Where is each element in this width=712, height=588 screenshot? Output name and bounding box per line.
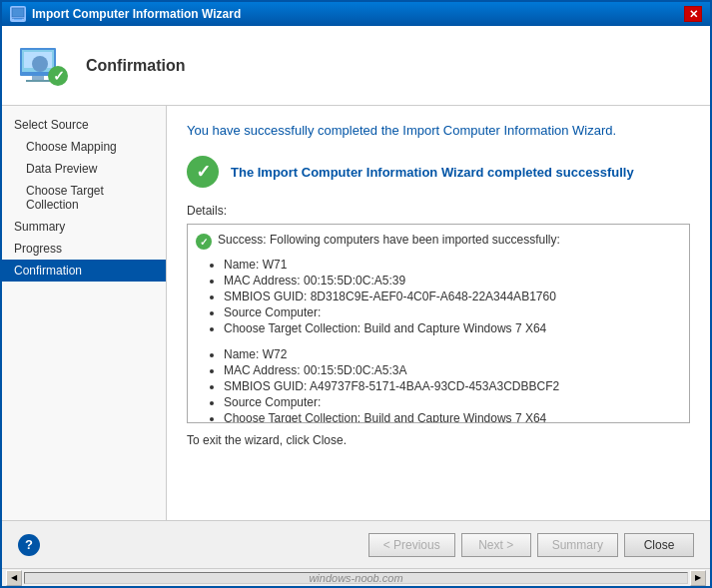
success-icon: ✓ bbox=[187, 156, 219, 188]
computer-2-source: Source Computer: bbox=[224, 395, 681, 409]
wizard-window: Import Computer Information Wizard ✕ ✓ C… bbox=[0, 0, 712, 588]
details-box: ✓ Success: Following computers have been… bbox=[187, 224, 690, 423]
watermark: windows-noob.com bbox=[309, 572, 402, 584]
success-banner-text: The Import Computer Information Wizard c… bbox=[231, 165, 634, 180]
computer-1-source: Source Computer: bbox=[224, 305, 681, 319]
svg-rect-0 bbox=[12, 8, 24, 17]
details-success-icon: ✓ bbox=[196, 234, 212, 250]
close-wizard-button[interactable]: Close bbox=[624, 533, 694, 557]
footer-left: ? bbox=[18, 534, 40, 556]
computer-2-smbios: SMBIOS GUID: A49737F8-5171-4BAA-93CD-453… bbox=[224, 379, 681, 393]
svg-rect-2 bbox=[12, 18, 24, 19]
previous-button[interactable]: < Previous bbox=[368, 533, 455, 557]
computer-2-target: Choose Target Collection: Build and Capt… bbox=[224, 411, 681, 423]
computer-1-target: Choose Target Collection: Build and Capt… bbox=[224, 321, 681, 335]
computer-block-1: Name: W71 MAC Address: 00:15:5D:0C:A5:39… bbox=[204, 258, 681, 335]
bottom-scrollbar: ◀ ▶ windows-noob.com bbox=[2, 568, 710, 586]
sidebar-item-progress[interactable]: Progress bbox=[2, 238, 166, 260]
app-icon bbox=[10, 6, 26, 22]
success-message: You have successfully completed the Impo… bbox=[187, 122, 690, 140]
svg-rect-8 bbox=[26, 80, 50, 82]
title-bar-left: Import Computer Information Wizard bbox=[10, 6, 241, 22]
computer-block-2: Name: W72 MAC Address: 00:15:5D:0C:A5:3A… bbox=[204, 347, 681, 423]
details-label: Details: bbox=[187, 204, 690, 218]
sidebar-item-data-preview[interactable]: Data Preview bbox=[2, 158, 166, 180]
svg-text:✓: ✓ bbox=[53, 68, 65, 84]
close-button[interactable]: ✕ bbox=[684, 6, 702, 22]
title-bar: Import Computer Information Wizard ✕ bbox=[2, 2, 710, 26]
help-button[interactable]: ? bbox=[18, 534, 40, 556]
svg-rect-7 bbox=[32, 76, 44, 80]
exit-text: To exit the wizard, click Close. bbox=[187, 433, 690, 447]
wizard-header-icon: ✓ bbox=[18, 40, 70, 92]
computer-1-name: Name: W71 bbox=[224, 258, 681, 272]
window-title: Import Computer Information Wizard bbox=[32, 7, 241, 21]
sidebar-item-confirmation[interactable]: Confirmation bbox=[2, 260, 166, 282]
summary-button[interactable]: Summary bbox=[537, 533, 618, 557]
computer-1-mac: MAC Address: 00:15:5D:0C:A5:39 bbox=[224, 274, 681, 288]
sidebar-item-choose-target[interactable]: Choose Target Collection bbox=[2, 180, 166, 216]
details-success-line: ✓ Success: Following computers have been… bbox=[196, 233, 681, 250]
svg-point-6 bbox=[32, 56, 48, 72]
computer-1-list: Name: W71 MAC Address: 00:15:5D:0C:A5:39… bbox=[224, 258, 681, 335]
wizard-footer: ? < Previous Next > Summary Close bbox=[2, 520, 710, 568]
scroll-right-button[interactable]: ▶ bbox=[690, 570, 706, 586]
sidebar-item-select-source[interactable]: Select Source bbox=[2, 114, 166, 136]
next-button[interactable]: Next > bbox=[461, 533, 531, 557]
wizard-header: ✓ Confirmation bbox=[2, 26, 710, 106]
sidebar-item-choose-mapping[interactable]: Choose Mapping bbox=[2, 136, 166, 158]
wizard-content: You have successfully completed the Impo… bbox=[167, 106, 710, 520]
computer-2-mac: MAC Address: 00:15:5D:0C:A5:3A bbox=[224, 363, 681, 377]
footer-buttons: < Previous Next > Summary Close bbox=[368, 533, 694, 557]
computer-2-list: Name: W72 MAC Address: 00:15:5D:0C:A5:3A… bbox=[224, 347, 681, 423]
computer-2-name: Name: W72 bbox=[224, 347, 681, 361]
scroll-left-button[interactable]: ◀ bbox=[6, 570, 22, 586]
details-success-text: Success: Following computers have been i… bbox=[218, 233, 560, 247]
wizard-header-title: Confirmation bbox=[86, 57, 186, 75]
success-banner: ✓ The Import Computer Information Wizard… bbox=[187, 156, 690, 188]
computer-1-smbios: SMBIOS GUID: 8D318C9E-AEF0-4C0F-A648-22A… bbox=[224, 290, 681, 303]
sidebar-item-summary[interactable]: Summary bbox=[2, 216, 166, 238]
wizard-body: Select Source Choose Mapping Data Previe… bbox=[2, 106, 710, 520]
wizard-nav: Select Source Choose Mapping Data Previe… bbox=[2, 106, 167, 520]
